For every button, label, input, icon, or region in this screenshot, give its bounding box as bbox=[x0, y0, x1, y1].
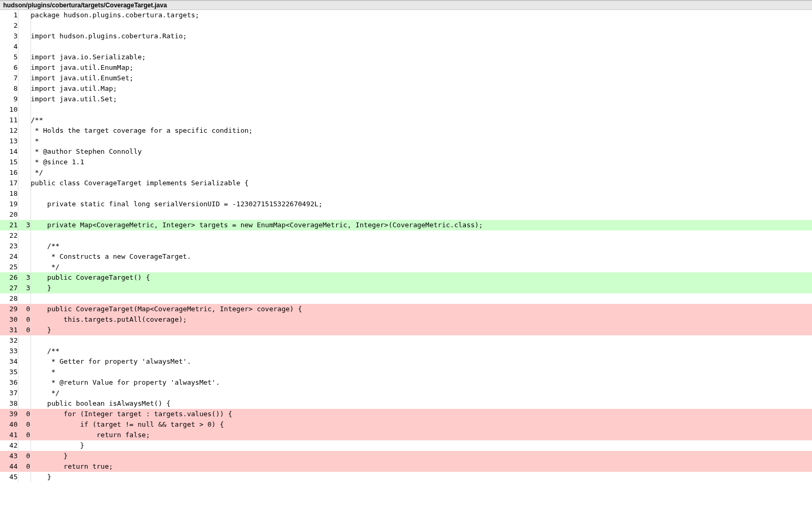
code-content[interactable]: public CoverageTarget(Map<CoverageMetric… bbox=[30, 304, 812, 314]
hit-count: 3 bbox=[18, 220, 30, 230]
code-content[interactable]: this.targets.putAll(coverage); bbox=[30, 314, 812, 325]
file-path-header: hudson/plugins/cobertura/targets/Coverag… bbox=[0, 0, 812, 10]
code-line: 3import hudson.plugins.cobertura.Ratio; bbox=[0, 31, 812, 41]
code-table: 1package hudson.plugins.cobertura.target… bbox=[0, 10, 812, 482]
code-line: 300 this.targets.putAll(coverage); bbox=[0, 314, 812, 325]
code-content[interactable]: import java.util.EnumMap; bbox=[30, 62, 812, 73]
hit-count bbox=[18, 335, 30, 346]
code-line: 6import java.util.EnumMap; bbox=[0, 62, 812, 73]
code-content[interactable] bbox=[30, 230, 812, 241]
code-content[interactable]: /** bbox=[30, 241, 812, 251]
code-content[interactable]: import java.util.Map; bbox=[30, 83, 812, 94]
hit-count bbox=[18, 293, 30, 304]
code-content[interactable]: import java.util.EnumSet; bbox=[30, 73, 812, 83]
code-content[interactable]: } bbox=[30, 283, 812, 293]
hit-count bbox=[18, 230, 30, 241]
code-content[interactable]: public boolean isAlwaysMet() { bbox=[30, 398, 812, 409]
code-content[interactable] bbox=[30, 41, 812, 52]
hit-count: 3 bbox=[18, 283, 30, 293]
line-number: 38 bbox=[0, 398, 18, 409]
hit-count bbox=[18, 178, 30, 188]
hit-count bbox=[18, 10, 30, 20]
code-line: 273 } bbox=[0, 283, 812, 293]
hit-count bbox=[18, 251, 30, 262]
hit-count bbox=[18, 62, 30, 73]
code-content[interactable]: /** bbox=[30, 346, 812, 356]
code-content[interactable]: package hudson.plugins.cobertura.targets… bbox=[30, 10, 812, 20]
code-content[interactable]: import hudson.plugins.cobertura.Ratio; bbox=[30, 31, 812, 41]
code-content[interactable]: import java.io.Serializable; bbox=[30, 52, 812, 62]
line-number: 13 bbox=[0, 136, 18, 146]
hit-count: 3 bbox=[18, 272, 30, 283]
hit-count: 0 bbox=[18, 314, 30, 325]
code-line: 42 } bbox=[0, 440, 812, 451]
code-content[interactable]: return true; bbox=[30, 461, 812, 472]
hit-count bbox=[18, 136, 30, 146]
code-content[interactable]: return false; bbox=[30, 430, 812, 440]
code-content[interactable] bbox=[30, 209, 812, 220]
line-number: 15 bbox=[0, 157, 18, 167]
hit-count bbox=[18, 52, 30, 62]
code-content[interactable]: * bbox=[30, 136, 812, 146]
code-content[interactable]: if (target != null && target > 0) { bbox=[30, 419, 812, 430]
code-line: 20 bbox=[0, 209, 812, 220]
code-content[interactable]: * Getter for property 'alwaysMet'. bbox=[30, 356, 812, 367]
hit-count bbox=[18, 346, 30, 356]
code-line: 32 bbox=[0, 335, 812, 346]
code-line: 25 */ bbox=[0, 262, 812, 272]
hit-count bbox=[18, 146, 30, 157]
code-content[interactable]: */ bbox=[30, 388, 812, 398]
code-viewer[interactable]: 1package hudson.plugins.cobertura.target… bbox=[0, 10, 812, 507]
code-content[interactable]: * Constructs a new CoverageTarget. bbox=[30, 251, 812, 262]
code-content[interactable]: /** bbox=[30, 115, 812, 125]
line-number: 28 bbox=[0, 293, 18, 304]
hit-count: 0 bbox=[18, 409, 30, 419]
code-content[interactable]: private static final long serialVersionU… bbox=[30, 199, 812, 209]
hit-count: 0 bbox=[18, 304, 30, 314]
code-line: 430 } bbox=[0, 451, 812, 461]
hit-count bbox=[18, 440, 30, 451]
code-line: 390 for (Integer target : targets.values… bbox=[0, 409, 812, 419]
code-content[interactable]: * @return Value for property 'alwaysMet'… bbox=[30, 377, 812, 388]
code-content[interactable]: * bbox=[30, 367, 812, 377]
code-content[interactable]: * @since 1.1 bbox=[30, 157, 812, 167]
file-path-text: hudson/plugins/cobertura/targets/Coverag… bbox=[3, 2, 167, 9]
line-number: 37 bbox=[0, 388, 18, 398]
code-content[interactable] bbox=[30, 104, 812, 115]
hit-count bbox=[18, 157, 30, 167]
code-line: 23 /** bbox=[0, 241, 812, 251]
code-content[interactable]: public class CoverageTarget implements S… bbox=[30, 178, 812, 188]
code-content[interactable]: public CoverageTarget() { bbox=[30, 272, 812, 283]
code-content[interactable]: for (Integer target : targets.values()) … bbox=[30, 409, 812, 419]
code-content[interactable]: } bbox=[30, 472, 812, 482]
code-content[interactable]: private Map<CoverageMetric, Integer> tar… bbox=[30, 220, 812, 230]
code-content[interactable] bbox=[30, 335, 812, 346]
line-number: 23 bbox=[0, 241, 18, 251]
code-line: 37 */ bbox=[0, 388, 812, 398]
code-content[interactable]: } bbox=[30, 440, 812, 451]
code-content[interactable]: */ bbox=[30, 167, 812, 178]
code-line: 19 private static final long serialVersi… bbox=[0, 199, 812, 209]
code-content[interactable]: import java.util.Set; bbox=[30, 94, 812, 104]
code-line: 38 public boolean isAlwaysMet() { bbox=[0, 398, 812, 409]
code-line: 400 if (target != null && target > 0) { bbox=[0, 419, 812, 430]
hit-count bbox=[18, 398, 30, 409]
code-content[interactable]: * Holds the target coverage for a specif… bbox=[30, 125, 812, 136]
code-line: 24 * Constructs a new CoverageTarget. bbox=[0, 251, 812, 262]
hit-count: 0 bbox=[18, 451, 30, 461]
code-content[interactable]: */ bbox=[30, 262, 812, 272]
code-content[interactable]: } bbox=[30, 451, 812, 461]
code-line: 16 */ bbox=[0, 167, 812, 178]
code-content[interactable] bbox=[30, 20, 812, 31]
code-content[interactable] bbox=[30, 293, 812, 304]
code-content[interactable] bbox=[30, 188, 812, 199]
hit-count bbox=[18, 356, 30, 367]
hit-count bbox=[18, 472, 30, 482]
hit-count bbox=[18, 167, 30, 178]
code-content[interactable]: } bbox=[30, 325, 812, 335]
line-number: 39 bbox=[0, 409, 18, 419]
code-line: 18 bbox=[0, 188, 812, 199]
code-content[interactable]: * @author Stephen Connolly bbox=[30, 146, 812, 157]
code-line: 33 /** bbox=[0, 346, 812, 356]
hit-count bbox=[18, 241, 30, 251]
